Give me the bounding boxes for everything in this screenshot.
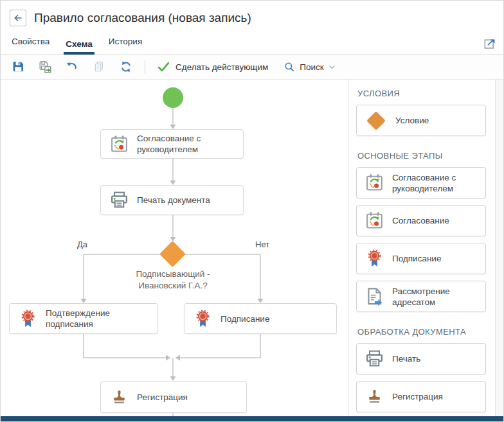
flow-node-label: Согласование с руководителем — [137, 133, 237, 155]
condition-label-line1: Подписывающий - — [109, 268, 237, 280]
refresh-button[interactable] — [116, 58, 136, 76]
flow-node-label: Печать документа — [137, 195, 210, 206]
printer-icon — [364, 349, 384, 369]
flow-node-label: Подписание — [221, 313, 269, 324]
schema-canvas[interactable]: Согласование с руководителем Печать доку… — [1, 80, 348, 416]
copy-icon — [93, 60, 106, 74]
undo-button[interactable] — [62, 58, 82, 76]
header: Правило согласования (новая запись) — [1, 1, 503, 35]
approval-icon — [364, 173, 384, 193]
palette-item-label: Регистрация — [392, 391, 443, 402]
seal-icon — [193, 309, 213, 329]
save-icon — [11, 60, 25, 74]
palette-item-approval[interactable]: Согласование — [356, 205, 486, 236]
flow-node-start[interactable] — [163, 87, 183, 108]
palette-item-label: Подписание — [392, 253, 441, 264]
search-button[interactable]: Поиск — [280, 58, 339, 76]
page-title: Правило согласования (новая запись) — [34, 11, 251, 25]
palette-item-addressee-review[interactable]: Рассмотрение адресатом — [356, 281, 486, 312]
tab-properties[interactable]: Свойства — [10, 37, 51, 55]
palette-item-label: Печать — [392, 353, 420, 364]
stamp-icon — [364, 387, 384, 407]
approval-icon — [109, 134, 129, 154]
palette-section-conditions: УСЛОВИЯ Условие — [356, 89, 486, 136]
refresh-icon — [119, 60, 133, 74]
branch-label-yes: Да — [67, 240, 87, 249]
palette-section-document-processing: ОБРАБОТКА ДОКУМЕНТА Печать Регистрация — [356, 327, 486, 412]
back-arrow-icon — [12, 12, 24, 24]
palette-item-label: Условие — [395, 115, 429, 126]
flow-node-signing[interactable]: Подписание — [184, 303, 337, 334]
sidebar-scrollbar[interactable] — [495, 80, 503, 416]
palette-item-label: Согласование — [392, 215, 449, 226]
tab-bar: Свойства Схема История — [1, 35, 503, 55]
undo-icon — [65, 60, 79, 74]
tab-history[interactable]: История — [107, 37, 144, 55]
save-button[interactable] — [8, 58, 28, 76]
back-button[interactable] — [10, 10, 26, 26]
palette-item-signing[interactable]: Подписание — [356, 243, 486, 274]
condition-icon — [364, 109, 388, 132]
expand-icon — [483, 37, 497, 51]
tab-schema[interactable]: Схема — [64, 39, 94, 55]
make-active-label: Сделать действующим — [176, 62, 268, 72]
flow-node-print-document[interactable]: Печать документа — [100, 185, 244, 215]
palette-item-label: Согласование с руководителем — [392, 172, 480, 194]
palette-section-title: ОБРАБОТКА ДОКУМЕНТА — [357, 327, 486, 337]
check-icon — [157, 60, 170, 74]
condition-label: Подписывающий - Ивановский Г.А.? — [109, 268, 237, 292]
toolbar-separator — [145, 60, 145, 74]
stamp-icon — [109, 387, 129, 407]
seal-icon — [18, 309, 38, 329]
palette-section-main-stages: ОСНОВНЫЕ ЭТАПЫ Согласование с руководите… — [356, 151, 486, 312]
search-label: Поиск — [300, 62, 323, 72]
branch-label-no: Нет — [255, 240, 269, 249]
content-area: Согласование с руководителем Печать доку… — [1, 80, 503, 416]
printer-icon — [109, 190, 129, 210]
flow-node-registration[interactable]: Регистрация — [100, 381, 247, 413]
chevron-down-icon — [328, 63, 336, 71]
condition-label-line2: Ивановский Г.А.? — [109, 280, 237, 292]
flow-node-confirm-signing[interactable]: Подтверждение подписания — [9, 303, 158, 334]
bottom-status-bar — [1, 416, 503, 421]
palette-item-label: Рассмотрение адресатом — [392, 286, 480, 308]
flow-node-approve-manager[interactable]: Согласование с руководителем — [100, 129, 244, 159]
palette-item-registration[interactable]: Регистрация — [356, 381, 486, 412]
palette-item-condition[interactable]: Условие — [356, 105, 486, 136]
save-and-close-icon — [38, 60, 53, 75]
copy-button[interactable] — [89, 58, 109, 76]
palette-item-print[interactable]: Печать — [356, 343, 486, 374]
toolbar: Сделать действующим Поиск — [1, 55, 503, 80]
save-and-close-button[interactable] — [35, 58, 55, 76]
make-active-button[interactable]: Сделать действующим — [152, 58, 273, 76]
palette-section-title: УСЛОВИЯ — [357, 89, 486, 98]
palette-item-approve-manager[interactable]: Согласование с руководителем — [356, 167, 486, 198]
approval-icon — [364, 211, 384, 231]
search-icon — [284, 61, 296, 73]
document-forward-icon — [364, 286, 384, 306]
palette-sidebar: УСЛОВИЯ Условие ОСНОВНЫЕ ЭТАПЫ Согласова… — [348, 80, 495, 416]
flow-node-label: Регистрация — [137, 392, 188, 403]
open-in-window-button[interactable] — [483, 37, 497, 51]
seal-icon — [364, 249, 384, 268]
palette-section-title: ОСНОВНЫЕ ЭТАПЫ — [357, 151, 486, 161]
app-window: Правило согласования (новая запись) Свой… — [0, 0, 504, 422]
flow-node-label: Подтверждение подписания — [46, 308, 151, 330]
